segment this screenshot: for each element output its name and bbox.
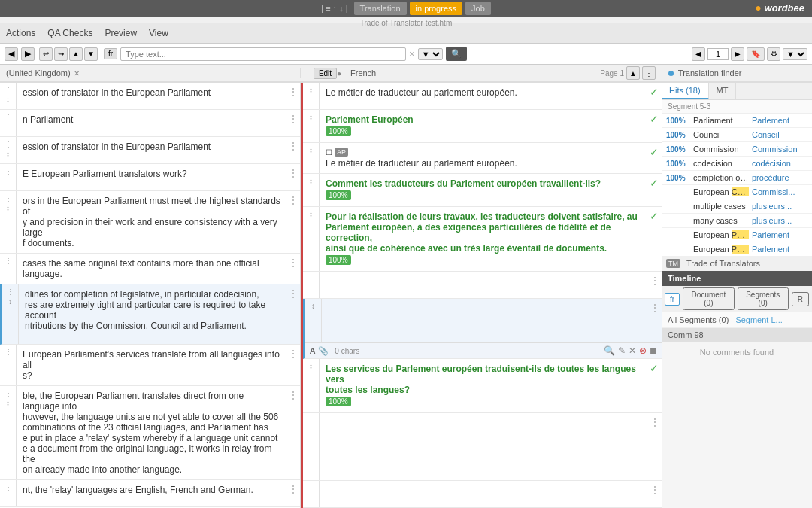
settings-btn[interactable]: ⚙ (767, 47, 780, 61)
list-item[interactable]: European Commission Commissi... (662, 185, 812, 199)
segment-menu-icon-2[interactable]: ⋮ (5, 113, 12, 121)
segment-link[interactable]: Segment L... (735, 315, 782, 324)
tf-segment-label: Segment 5-3 (662, 100, 812, 114)
tf-tab-hits[interactable]: Hits (18) (662, 83, 709, 99)
target-content-1[interactable]: Le métier de traducteur au parlement eur… (320, 83, 648, 109)
segment-menu-icon-6[interactable]: ⋮ (5, 257, 12, 265)
segment-actions-9: ⋮ (286, 386, 300, 479)
view-select[interactable]: ▼ (783, 48, 807, 60)
segment-dots-4[interactable]: ⋮ (288, 167, 298, 179)
list-item[interactable]: 100% Council Conseil (662, 128, 812, 142)
list-item[interactable]: European Parliament Parlement (662, 242, 812, 257)
list-item[interactable]: 100% Commission Commission (662, 142, 812, 157)
target-content-10[interactable] (320, 481, 648, 507)
toolbar-preview[interactable]: Preview (105, 28, 137, 38)
segment-menu-icon-10[interactable]: ⋮ (5, 483, 12, 491)
comm-label: Comm 98 (668, 330, 704, 339)
target-content-9[interactable] (320, 413, 648, 480)
target-settings-btn[interactable]: ▲ (626, 66, 640, 80)
toolbar-qa-checks[interactable]: QA Checks (47, 28, 92, 38)
table-row: ↕ Comment les traducteurs du Parlement e… (303, 174, 662, 207)
save-seg-icon[interactable]: ◼ (650, 345, 657, 356)
search-mode-select[interactable]: ▼ (418, 48, 443, 60)
search-go-btn[interactable]: 🔍 (446, 47, 467, 61)
target-dots-7[interactable]: ⋮ (650, 302, 660, 314)
segment-dots-3[interactable]: ⋮ (288, 140, 298, 152)
timeline-tab-segments[interactable]: Segments (0) (738, 287, 789, 310)
format-icon[interactable]: A (310, 346, 315, 355)
list-item[interactable]: 100% completion of legislative procédure (662, 171, 812, 185)
redo-btn[interactable]: ↪ (54, 47, 68, 61)
undo-btn[interactable]: ↩ (39, 47, 53, 61)
page-number-input[interactable] (707, 48, 729, 60)
toolbar-actions[interactable]: Actions (6, 28, 35, 38)
segment-menu-icon-3[interactable]: ⋮ (5, 140, 12, 148)
target-content-6[interactable] (320, 272, 648, 298)
list-item[interactable]: multiple cases plusieurs... (662, 199, 812, 214)
segment-menu-icon-8[interactable]: ⋮ (5, 348, 12, 356)
segment-dots-2[interactable]: ⋮ (288, 113, 298, 125)
attach-icon[interactable]: 📎 (318, 346, 329, 356)
tf-tab-mt[interactable]: MT (709, 83, 737, 99)
tab-job[interactable]: Job (465, 2, 491, 15)
segment-actions-1: ⋮ (286, 83, 300, 109)
nav-up-btn[interactable]: ▲ (69, 47, 83, 61)
toolbar-view[interactable]: View (149, 28, 168, 38)
source-lang-badge: fr (104, 48, 117, 59)
segment-menu-icon-7[interactable]: ⋮ (7, 287, 14, 296)
timeline-tab-document[interactable]: Document (0) (683, 287, 735, 310)
segment-dots-1[interactable]: ⋮ (288, 86, 298, 98)
target-dots-10[interactable]: ⋮ (650, 484, 660, 496)
list-item[interactable]: 100% codecision codécision (662, 157, 812, 171)
segment-dots-8[interactable]: ⋮ (288, 348, 298, 360)
segment-dots-9[interactable]: ⋮ (288, 389, 298, 401)
target-meta-5: ↕ (303, 207, 320, 271)
edit-seg-icon[interactable]: ✎ (618, 345, 626, 356)
search-prev-btn[interactable]: ◀ (5, 47, 18, 61)
tab-translation[interactable]: Translation (354, 2, 407, 15)
status-check-5: ✓ (650, 210, 659, 222)
cancel-seg-icon[interactable]: ⊗ (639, 345, 647, 356)
page-next-btn[interactable]: ▶ (731, 47, 744, 61)
segment-dots-10[interactable]: ⋮ (288, 483, 298, 495)
clear-seg-icon[interactable]: ✕ (629, 345, 636, 356)
segment-menu-icon-4[interactable]: ⋮ (5, 167, 12, 175)
table-row: ↕ ⋮ A 📎 0 chars 🔍 ✎ (303, 299, 662, 359)
timeline-header: Timeline (662, 271, 812, 286)
target-dots-9[interactable]: ⋮ (650, 416, 660, 428)
target-content-3[interactable]: ☐ AP Le métier de traducteur au parlemen… (320, 143, 648, 173)
all-segments-label[interactable]: All Segments (0) (668, 315, 729, 324)
target-content-2[interactable]: Parlement Européen 100% (320, 110, 648, 142)
target-content-4[interactable]: Comment les traducteurs du Parlement eur… (320, 174, 648, 206)
segment-menu-icon-5[interactable]: ⋮ (5, 194, 12, 202)
segment-dots-6[interactable]: ⋮ (288, 257, 298, 269)
wordbee-logo: ● wordbee (755, 2, 804, 14)
table-row: ↕ ☐ AP Le métier de traducteur au parlem… (303, 143, 662, 174)
target-more-btn[interactable]: ⋮ (642, 66, 656, 80)
nav-down-btn[interactable]: ▼ (84, 47, 98, 61)
page-prev-btn[interactable]: ◀ (692, 47, 705, 61)
list-item[interactable]: many cases plusieurs... (662, 214, 812, 228)
target-content-8[interactable]: Les services du Parlement européen tradu… (320, 359, 648, 412)
checkbox-icon-3[interactable]: ☐ (326, 148, 332, 157)
target-actions-9: ⋮ (648, 413, 662, 480)
timeline-tab-fr[interactable]: fr (665, 293, 680, 306)
search-input[interactable] (120, 47, 406, 61)
target-dots-6[interactable]: ⋮ (650, 275, 660, 287)
table-row: ⋮ nt, the 'relay' languages are English,… (0, 480, 300, 507)
search-fwd-btn[interactable]: ▶ (21, 47, 35, 61)
search-seg-icon[interactable]: 🔍 (604, 345, 615, 356)
segment-dots-7[interactable]: ⋮ (288, 287, 298, 300)
segment-menu-icon-9[interactable]: ⋮ (5, 389, 12, 397)
target-content-5[interactable]: Pour la réalisation de leurs travaux, le… (320, 207, 648, 271)
bookmark-btn[interactable]: 🔖 (747, 47, 765, 61)
search-clear-btn[interactable]: × (409, 48, 415, 59)
source-close-icon[interactable]: ✕ (74, 69, 80, 78)
tab-in-progress[interactable]: in progress (410, 2, 462, 15)
segment-dots-5[interactable]: ⋮ (288, 194, 298, 206)
list-item[interactable]: 100% Parliament Parlement (662, 114, 812, 128)
target-content-7[interactable] (322, 299, 648, 342)
list-item[interactable]: European Parliament Parlement (662, 228, 812, 242)
segment-menu-icon-1[interactable]: ⋮ (5, 86, 12, 94)
timeline-tab-r[interactable]: R (792, 292, 809, 306)
